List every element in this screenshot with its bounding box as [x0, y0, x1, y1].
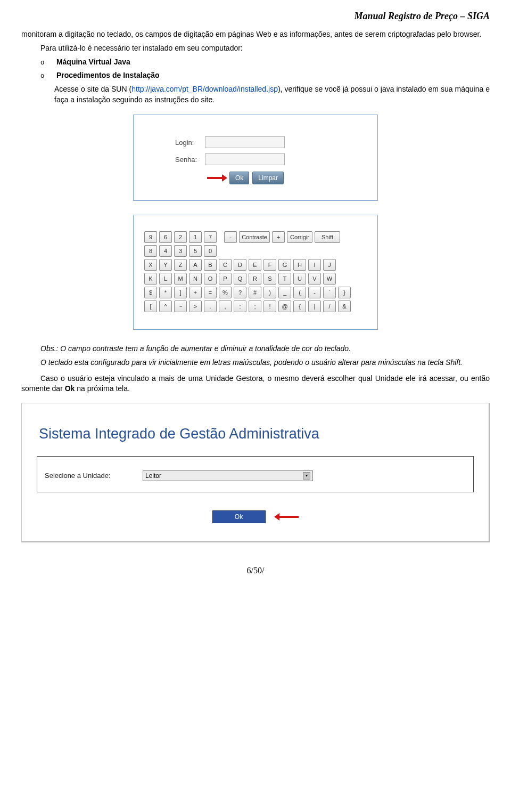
bullet-mark: o	[40, 72, 54, 80]
unit-inner: Selecione a Unidade: Leitor ▾	[37, 456, 474, 492]
contrast-plus-key[interactable]: +	[272, 231, 285, 243]
key[interactable]: 5	[189, 245, 202, 257]
ok-button[interactable]: Ok	[212, 510, 266, 523]
ok-button[interactable]: Ok	[229, 172, 249, 184]
key[interactable]: B	[204, 259, 217, 271]
virtual-keyboard-panel: 9 6 2 1 7 - Contraste + Corrigir Shift 8…	[133, 215, 378, 330]
key[interactable]: ^	[159, 301, 172, 312]
unit-label: Selecione a Unidade:	[45, 472, 143, 480]
key[interactable]: J	[323, 259, 336, 271]
key[interactable]: +	[189, 287, 202, 298]
login-input[interactable]	[205, 136, 285, 148]
key[interactable]: &	[338, 301, 351, 312]
key[interactable]: )	[263, 287, 276, 298]
key[interactable]: (	[293, 287, 306, 298]
key[interactable]: -	[308, 287, 321, 298]
key[interactable]: K	[144, 273, 157, 285]
para-install-req: Para utilizá-lo é necessário ter instala…	[21, 43, 490, 54]
key[interactable]: >	[189, 301, 202, 312]
key[interactable]: C	[219, 259, 232, 271]
chevron-down-icon: ▾	[303, 472, 310, 480]
key[interactable]: I	[308, 259, 321, 271]
key[interactable]: 6	[159, 231, 172, 243]
key[interactable]: $	[144, 287, 157, 298]
key[interactable]: Z	[174, 259, 187, 271]
correct-key[interactable]: Corrigir	[287, 231, 312, 243]
login-buttons: Ok Limpar	[144, 172, 367, 184]
key[interactable]: 2	[174, 231, 187, 243]
para-intro: monitoram a digitação no teclado, os cam…	[21, 29, 490, 40]
key[interactable]: L	[159, 273, 172, 285]
login-row: Login:	[144, 136, 367, 148]
key[interactable]: 4	[159, 245, 172, 257]
key[interactable]: }	[338, 287, 351, 298]
key[interactable]: 3	[174, 245, 187, 257]
kb-row-6: [^~>.,:;!@{|/&	[144, 301, 367, 312]
key[interactable]: O	[204, 273, 217, 285]
key[interactable]: E	[249, 259, 261, 271]
key[interactable]: R	[249, 273, 261, 285]
key[interactable]: /	[323, 301, 336, 312]
page-number: 6/50/	[21, 566, 490, 575]
shift-key[interactable]: Shift	[315, 231, 340, 243]
para-unit-note: Caso o usuário esteja vinculado a mais d…	[21, 373, 490, 394]
key[interactable]: `	[323, 287, 336, 298]
key[interactable]: V	[308, 273, 321, 285]
key[interactable]: S	[263, 273, 276, 285]
key[interactable]: ~	[174, 301, 187, 312]
kb-row-3: XYZABCDEFGHIJ	[144, 259, 367, 271]
key[interactable]: ]	[174, 287, 187, 298]
key[interactable]: Q	[234, 273, 246, 285]
key[interactable]: U	[293, 273, 306, 285]
key[interactable]: T	[278, 273, 291, 285]
java-download-link[interactable]: http://java.com/pt_BR/download/installed…	[131, 85, 278, 93]
unit-select[interactable]: Leitor ▾	[143, 470, 313, 481]
bullet-jvm: o Máquina Virtual Java	[40, 58, 490, 67]
key[interactable]: 7	[204, 231, 217, 243]
para-sun-link: Acesse o site da SUN (http://java.com/pt…	[54, 84, 490, 105]
key[interactable]: F	[263, 259, 276, 271]
key[interactable]: 9	[144, 231, 157, 243]
key[interactable]: H	[293, 259, 306, 271]
key[interactable]: 0	[204, 245, 217, 257]
key[interactable]: X	[144, 259, 157, 271]
key[interactable]: !	[263, 301, 276, 312]
key[interactable]: ?	[234, 287, 246, 298]
key[interactable]: =	[204, 287, 217, 298]
contrast-minus-key[interactable]: -	[224, 231, 237, 243]
bullet-proc-label: Procedimentos de Instalação	[56, 71, 160, 79]
kb-row-4: KLMNOPQRSTUVW	[144, 273, 367, 285]
key[interactable]: _	[278, 287, 291, 298]
arrow-icon	[207, 175, 229, 181]
key[interactable]: M	[174, 273, 187, 285]
key[interactable]: P	[219, 273, 232, 285]
spacer	[219, 231, 222, 243]
key[interactable]: {	[293, 301, 306, 312]
siga-title: Sistema Integrado de Gestão Administrati…	[39, 426, 474, 442]
key[interactable]: #	[249, 287, 261, 298]
key[interactable]: %	[219, 287, 232, 298]
key[interactable]: A	[189, 259, 202, 271]
contrast-key[interactable]: Contraste	[239, 231, 270, 243]
key[interactable]: .	[204, 301, 217, 312]
key[interactable]: N	[189, 273, 202, 285]
obs-shift: O teclado esta configurado para vir inic…	[21, 358, 490, 368]
key[interactable]: ;	[249, 301, 261, 312]
limpar-button[interactable]: Limpar	[252, 172, 284, 184]
key[interactable]: [	[144, 301, 157, 312]
key[interactable]: W	[323, 273, 336, 285]
unit-selection-panel: Sistema Integrado de Gestão Administrati…	[21, 403, 490, 542]
key[interactable]: 1	[189, 231, 202, 243]
key[interactable]: 8	[144, 245, 157, 257]
key[interactable]: |	[308, 301, 321, 312]
key[interactable]: D	[234, 259, 246, 271]
senha-row: Senha:	[144, 153, 367, 165]
key[interactable]: ,	[219, 301, 232, 312]
key[interactable]: Y	[159, 259, 172, 271]
key[interactable]: :	[234, 301, 246, 312]
key[interactable]: @	[278, 301, 291, 312]
key[interactable]: *	[159, 287, 172, 298]
senha-input[interactable]	[205, 153, 285, 165]
manual-title: Manual Registro de Preço – SIGA	[21, 11, 490, 22]
key[interactable]: G	[278, 259, 291, 271]
